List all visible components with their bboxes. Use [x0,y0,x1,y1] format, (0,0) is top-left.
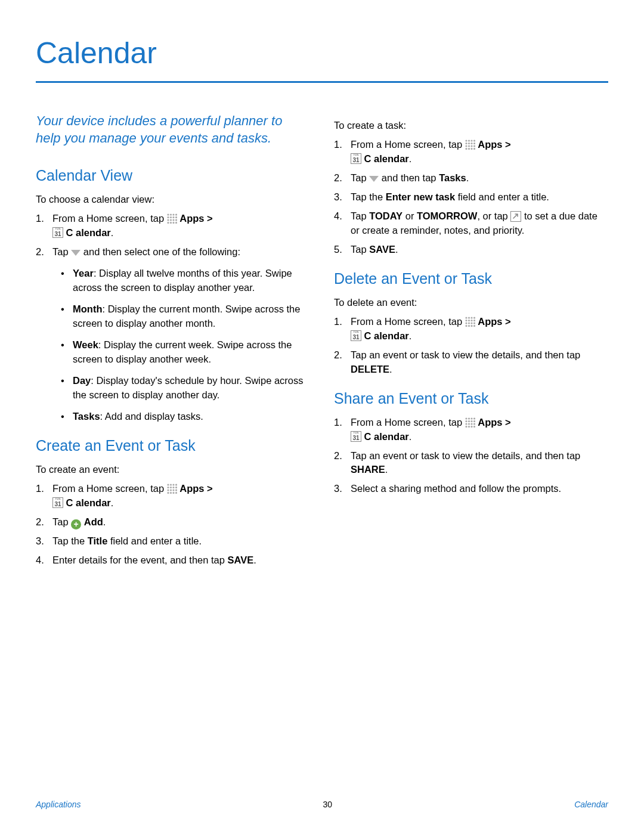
svg-point-13 [170,222,172,224]
view-option-year: Year: Display all twelve months of this … [61,267,310,295]
delete-step-2: Tap an event or task to view the details… [334,348,608,377]
create-heading: Create an Event or Task [36,437,310,454]
svg-point-47 [473,148,475,150]
view-option-day: Day: Display today's schedule by hour. S… [61,374,310,402]
create-task-step-5: Tap SAVE. [334,243,608,257]
svg-point-11 [175,219,177,221]
dropdown-triangle-icon [71,250,80,256]
content-columns: Your device includes a powerful planner … [36,113,608,572]
svg-point-69 [468,420,470,422]
svg-point-34 [470,140,472,142]
view-desc: : Add and display tasks. [100,411,203,422]
page-footer: Applications 30 Calendar [36,800,608,809]
svg-point-9 [170,219,172,221]
svg-point-40 [465,145,467,147]
gt: > [503,417,511,428]
delete-lead: To delete an event: [334,296,608,309]
step-text: field and enter a title. [455,191,549,202]
apps-label: Apps [179,483,204,494]
step-text: From a Home screen, tap [351,139,465,150]
save-label: SAVE [228,555,254,565]
svg-point-33 [468,140,470,142]
svg-point-22 [172,487,174,488]
footer-right: Calendar [574,800,608,809]
svg-point-59 [473,322,475,324]
tomorrow-label: TOMORROW [417,210,477,221]
step-text: and then select one of the following: [83,246,240,257]
svg-point-57 [468,322,470,324]
calendar-icon: 31 [351,330,361,341]
title-rule [36,81,608,83]
page-title: Calendar [36,36,608,70]
calendar-label: C alendar [364,431,409,442]
dropdown-triangle-icon [369,176,379,182]
svg-point-56 [465,322,467,324]
view-desc: : Display the current month. Swipe acros… [73,304,300,329]
calendar-label: C alendar [364,330,409,341]
svg-point-32 [465,140,467,142]
svg-point-7 [175,216,177,218]
create-task-steps: From a Home screen, tap Apps > 31 C alen… [334,138,608,256]
apps-label: Apps [478,417,502,428]
svg-point-10 [172,219,174,221]
svg-point-24 [167,489,169,491]
step-text: Tap the [52,535,88,546]
apps-grid-icon [465,417,475,428]
step-text: or [402,210,417,221]
create-event-step-3: Tap the Title field and enter a title. [36,534,310,549]
svg-point-17 [170,484,172,485]
step-text: field and enter a title. [107,535,202,546]
svg-point-72 [465,423,467,425]
svg-point-39 [473,143,475,144]
gt: > [205,483,213,494]
view-desc: : Display the current week. Swipe across… [73,339,292,364]
tasks-label: Tasks [439,172,466,183]
step-text: Enter details for the event, and then ta… [52,555,228,565]
svg-point-38 [470,143,472,144]
svg-point-6 [172,216,174,218]
title-field-label: Title [88,535,108,546]
svg-point-79 [473,426,475,428]
svg-point-12 [167,222,169,224]
create-event-steps: From a Home screen, tap Apps > 31 C alen… [36,482,310,568]
step-text: From a Home screen, tap [351,316,465,327]
expand-arrow-box-icon [510,211,521,222]
svg-point-35 [473,140,475,142]
calendar-view-options: Year: Display all twelve months of this … [61,267,310,423]
calendar-label: C alendar [364,153,409,164]
view-option-month: Month: Display the current month. Swipe … [61,302,310,331]
svg-point-25 [170,489,172,491]
svg-point-74 [470,423,472,425]
step-text: Tap the [351,191,386,202]
right-column: To create a task: From a Home screen, ta… [334,113,608,572]
calendar-view-heading: Calendar View [36,167,310,184]
svg-point-48 [465,317,467,318]
svg-point-42 [470,145,472,147]
svg-point-66 [470,417,472,419]
svg-point-36 [465,143,467,144]
create-event-lead: To create an event: [36,463,310,476]
svg-point-21 [170,487,172,488]
svg-point-5 [170,216,172,218]
svg-point-27 [175,489,177,491]
today-label: TODAY [369,210,402,221]
svg-point-71 [473,420,475,422]
svg-point-29 [170,492,172,494]
apps-grid-icon [465,140,475,150]
add-label: Add [84,516,103,527]
calendar-icon: 31 [52,227,63,238]
add-plus-circle-icon: + [71,519,81,529]
svg-point-65 [468,417,470,419]
svg-point-18 [172,484,174,485]
step-text: From a Home screen, tap [52,483,167,494]
apps-label: Apps [478,139,502,150]
svg-point-77 [468,426,470,428]
svg-point-61 [468,325,470,327]
view-name: Tasks [73,411,100,422]
delete-steps: From a Home screen, tap Apps > 31 C alen… [334,315,608,377]
svg-point-51 [473,317,475,318]
gt: > [503,316,511,327]
calendar-icon: 31 [52,497,63,508]
svg-point-70 [470,420,472,422]
svg-point-75 [473,423,475,425]
